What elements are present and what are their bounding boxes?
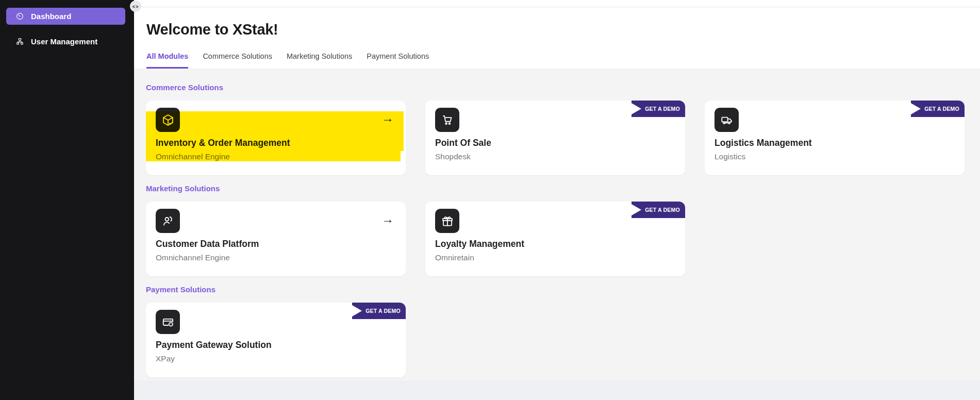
dashboard-gauge-icon xyxy=(15,12,24,21)
badge-label: GET A DEMO xyxy=(645,106,680,112)
commerce-cards-row: → Inventory & Order Management Omnichann… xyxy=(146,101,965,175)
section-label-payment: Payment Solutions xyxy=(146,285,965,294)
card-payment-gateway-solution[interactable]: GET A DEMO Payment Gateway Solution XPay xyxy=(146,303,406,377)
card-title: Payment Gateway Solution xyxy=(156,340,395,351)
sidebar-item-label: Dashboard xyxy=(31,12,71,21)
sidebar-item-dashboard[interactable]: Dashboard xyxy=(6,8,125,25)
get-a-demo-badge[interactable]: GET A DEMO xyxy=(352,303,406,319)
card-customer-data-platform[interactable]: → Customer Data Platform Omnichannel Eng… xyxy=(146,202,406,276)
arrow-right-icon[interactable]: → xyxy=(381,112,394,124)
users-icon xyxy=(156,209,180,233)
modules-content: Commerce Solutions → Inventory & Order M… xyxy=(134,69,980,380)
card-subtitle: Shopdesk xyxy=(435,152,675,161)
collapse-chevrons-icon: <> xyxy=(132,4,139,9)
card-title: Point Of Sale xyxy=(435,138,675,148)
topbar xyxy=(134,0,980,7)
badge-label: GET A DEMO xyxy=(645,207,680,213)
tab-payment-solutions[interactable]: Payment Solutions xyxy=(367,52,429,69)
credit-card-icon xyxy=(156,310,180,334)
card-subtitle: XPay xyxy=(156,354,395,363)
card-logistics-management[interactable]: GET A DEMO Logistics Management Logistic… xyxy=(705,101,965,175)
card-point-of-sale[interactable]: GET A DEMO Point Of Sale Shopdesk xyxy=(425,101,685,175)
tab-marketing-solutions[interactable]: Marketing Solutions xyxy=(287,52,352,69)
sidebar: Dashboard User Management xyxy=(0,0,134,400)
page-header: Welcome to XStak! All Modules Commerce S… xyxy=(134,7,980,69)
tab-commerce-solutions[interactable]: Commerce Solutions xyxy=(203,52,272,69)
card-loyalty-management[interactable]: GET A DEMO Loyalty Management Omniretain xyxy=(425,202,685,276)
sidebar-collapse-toggle[interactable]: <> xyxy=(130,1,141,12)
card-subtitle: Omnichannel Engine xyxy=(156,253,395,262)
gift-icon xyxy=(435,209,459,233)
card-inventory-order-management[interactable]: → Inventory & Order Management Omnichann… xyxy=(146,101,406,175)
footer-strip xyxy=(134,380,980,400)
card-subtitle: Logistics xyxy=(715,152,954,161)
section-label-marketing: Marketing Solutions xyxy=(146,184,965,193)
main-area: Welcome to XStak! All Modules Commerce S… xyxy=(134,0,980,400)
app-window: Dashboard User Management <> Welcome to … xyxy=(0,0,980,400)
section-label-commerce: Commerce Solutions xyxy=(146,83,965,92)
arrow-right-icon[interactable]: → xyxy=(381,213,394,225)
get-a-demo-badge[interactable]: GET A DEMO xyxy=(632,202,685,218)
get-a-demo-badge[interactable]: GET A DEMO xyxy=(911,101,965,117)
package-icon xyxy=(156,108,180,132)
truck-icon xyxy=(715,108,739,132)
sidebar-item-label: User Management xyxy=(31,37,97,46)
cart-icon xyxy=(435,108,459,132)
card-subtitle: Omniretain xyxy=(435,253,675,262)
sidebar-item-user-management[interactable]: User Management xyxy=(6,33,125,50)
tab-all-modules[interactable]: All Modules xyxy=(146,52,188,69)
org-chart-icon xyxy=(15,37,24,46)
marketing-cards-row: → Customer Data Platform Omnichannel Eng… xyxy=(146,202,965,276)
page-title: Welcome to XStak! xyxy=(146,21,965,38)
card-title: Loyalty Management xyxy=(435,239,675,249)
badge-label: GET A DEMO xyxy=(924,106,959,112)
card-title: Logistics Management xyxy=(715,138,954,148)
card-subtitle: Omnichannel Engine xyxy=(156,152,395,161)
module-tabs: All Modules Commerce Solutions Marketing… xyxy=(146,52,965,69)
payment-cards-row: GET A DEMO Payment Gateway Solution XPay xyxy=(146,303,965,377)
card-title: Inventory & Order Management xyxy=(156,138,395,148)
get-a-demo-badge[interactable]: GET A DEMO xyxy=(632,101,685,117)
card-title: Customer Data Platform xyxy=(156,239,395,249)
badge-label: GET A DEMO xyxy=(366,308,401,314)
